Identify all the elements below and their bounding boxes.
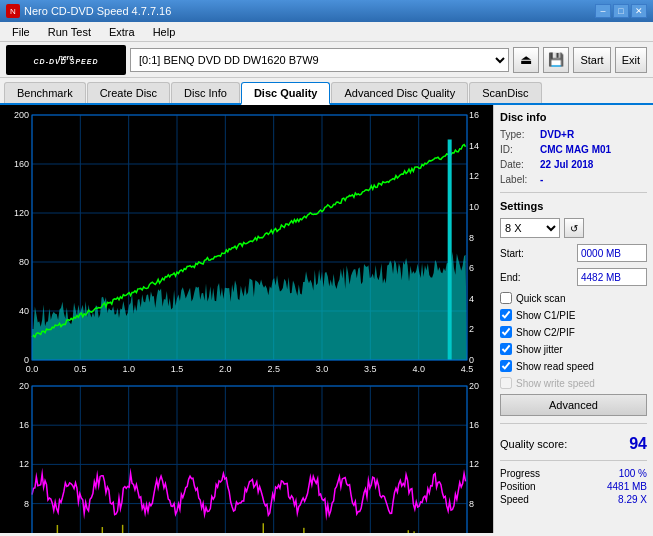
quick-scan-checkbox[interactable]: [500, 292, 512, 304]
show-jitter-checkbox[interactable]: [500, 343, 512, 355]
refresh-button[interactable]: ↺: [564, 218, 584, 238]
menu-extra[interactable]: Extra: [101, 24, 143, 40]
tab-create-disc[interactable]: Create Disc: [87, 82, 170, 103]
menu-bar: File Run Test Extra Help: [0, 22, 653, 42]
advanced-button[interactable]: Advanced: [500, 394, 647, 416]
position-label: Position: [500, 481, 536, 492]
speed-value: 8.29 X: [618, 494, 647, 505]
tab-disc-quality[interactable]: Disc Quality: [241, 82, 331, 105]
end-field-label: End:: [500, 272, 521, 283]
eject-button[interactable]: ⏏: [513, 47, 539, 73]
show-jitter-label: Show jitter: [516, 344, 563, 355]
tab-advanced-disc-quality[interactable]: Advanced Disc Quality: [331, 82, 468, 103]
menu-run-test[interactable]: Run Test: [40, 24, 99, 40]
id-value: CMC MAG M01: [540, 144, 611, 155]
disc-info-header: Disc info: [500, 111, 647, 123]
speed-selector[interactable]: 8 X: [500, 218, 560, 238]
minimize-button[interactable]: –: [595, 4, 611, 18]
position-value: 4481 MB: [607, 481, 647, 492]
progress-section: Progress 100 % Position 4481 MB Speed 8.…: [500, 468, 647, 507]
nero-logo: nero CD-DVD SPEED: [6, 45, 126, 75]
title-bar-controls: – □ ✕: [595, 4, 647, 18]
bottom-chart: [2, 378, 493, 533]
chart-area: [0, 105, 493, 533]
progress-label: Progress: [500, 468, 540, 479]
end-field[interactable]: [577, 268, 647, 286]
show-c2pif-checkbox[interactable]: [500, 326, 512, 338]
type-value: DVD+R: [540, 129, 574, 140]
save-button[interactable]: 💾: [543, 47, 569, 73]
show-write-speed-checkbox[interactable]: [500, 377, 512, 389]
show-c1pie-checkbox[interactable]: [500, 309, 512, 321]
app-icon: N: [6, 4, 20, 18]
tab-disc-info[interactable]: Disc Info: [171, 82, 240, 103]
type-label: Type:: [500, 129, 536, 140]
show-c2pif-label: Show C2/PIF: [516, 327, 575, 338]
settings-header: Settings: [500, 200, 647, 212]
tab-bar: Benchmark Create Disc Disc Info Disc Qua…: [0, 78, 653, 105]
start-button[interactable]: Start: [573, 47, 610, 73]
main-content: PI Errors Average: 26.79 Maximum: 110 To…: [0, 105, 653, 533]
speed-label: Speed: [500, 494, 529, 505]
date-value: 22 Jul 2018: [540, 159, 593, 170]
date-label: Date:: [500, 159, 536, 170]
quick-scan-label: Quick scan: [516, 293, 565, 304]
toolbar: nero CD-DVD SPEED [0:1] BENQ DVD DD DW16…: [0, 42, 653, 78]
quality-score-label: Quality score:: [500, 438, 567, 450]
top-chart: [2, 107, 493, 378]
start-field-label: Start:: [500, 248, 524, 259]
right-panel: Disc info Type: DVD+R ID: CMC MAG M01 Da…: [493, 105, 653, 533]
exit-button[interactable]: Exit: [615, 47, 647, 73]
show-read-speed-label: Show read speed: [516, 361, 594, 372]
label-value: -: [540, 174, 543, 185]
show-c1pie-label: Show C1/PIE: [516, 310, 575, 321]
id-label: ID:: [500, 144, 536, 155]
drive-selector[interactable]: [0:1] BENQ DVD DD DW1620 B7W9: [130, 48, 509, 72]
title-bar-left: N Nero CD-DVD Speed 4.7.7.16: [6, 4, 171, 18]
tab-benchmark[interactable]: Benchmark: [4, 82, 86, 103]
maximize-button[interactable]: □: [613, 4, 629, 18]
close-button[interactable]: ✕: [631, 4, 647, 18]
progress-value: 100 %: [619, 468, 647, 479]
menu-file[interactable]: File: [4, 24, 38, 40]
show-write-speed-label: Show write speed: [516, 378, 595, 389]
divider-2: [500, 423, 647, 424]
title-bar-text: Nero CD-DVD Speed 4.7.7.16: [24, 5, 171, 17]
label-label: Label:: [500, 174, 536, 185]
title-bar: N Nero CD-DVD Speed 4.7.7.16 – □ ✕: [0, 0, 653, 22]
start-field[interactable]: [577, 244, 647, 262]
divider-1: [500, 192, 647, 193]
show-read-speed-checkbox[interactable]: [500, 360, 512, 372]
quality-score-value: 94: [629, 435, 647, 453]
divider-3: [500, 460, 647, 461]
menu-help[interactable]: Help: [145, 24, 184, 40]
tab-scan-disc[interactable]: ScanDisc: [469, 82, 541, 103]
